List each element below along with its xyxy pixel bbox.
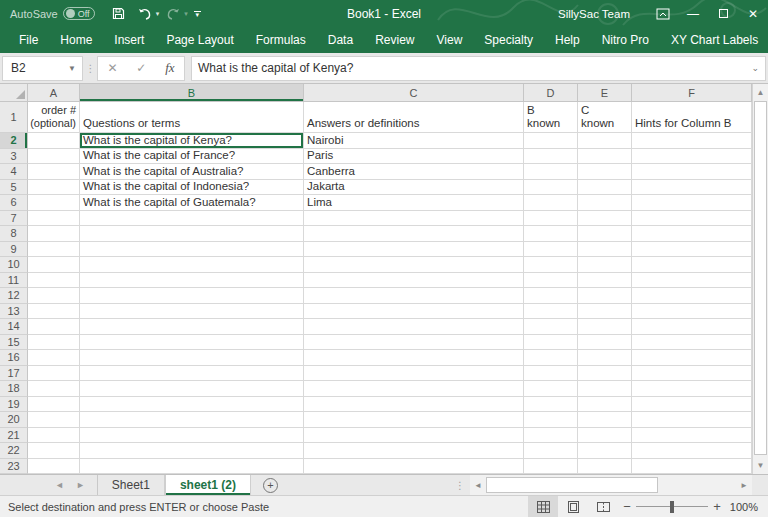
cell-a23[interactable] (28, 459, 80, 475)
cell-f23[interactable] (632, 459, 752, 475)
cell-f14[interactable] (632, 319, 752, 335)
zoom-in-icon[interactable]: + (708, 499, 726, 514)
ribbon-tab-help[interactable]: Help (544, 27, 591, 53)
cell-c16[interactable] (304, 350, 524, 366)
enter-icon[interactable]: ✓ (136, 61, 146, 75)
cell-f3[interactable] (632, 149, 752, 165)
autosave-toggle[interactable]: Off (63, 7, 95, 20)
cell-e4[interactable] (578, 164, 632, 180)
normal-view-button[interactable] (528, 496, 558, 517)
cell-a15[interactable] (28, 335, 80, 351)
cell-d16[interactable] (524, 350, 578, 366)
cell-c19[interactable] (304, 397, 524, 413)
cell-f6[interactable] (632, 195, 752, 211)
cell-b23[interactable] (80, 459, 304, 475)
cell-b19[interactable] (80, 397, 304, 413)
ribbon-tab-formulas[interactable]: Formulas (245, 27, 317, 53)
next-sheet-icon[interactable]: ► (76, 480, 85, 490)
row-header-13[interactable]: 13 (0, 304, 28, 320)
zoom-slider-thumb[interactable] (670, 501, 674, 513)
ribbon-tab-file[interactable]: File (8, 27, 49, 53)
cell-c21[interactable] (304, 428, 524, 444)
cell-d20[interactable] (524, 412, 578, 428)
cell-b3[interactable]: What is the capital of France? (80, 149, 304, 165)
ribbon-tab-page-layout[interactable]: Page Layout (155, 27, 244, 53)
cell-d18[interactable] (524, 381, 578, 397)
cell-e15[interactable] (578, 335, 632, 351)
cell-d3[interactable] (524, 149, 578, 165)
cell-d14[interactable] (524, 319, 578, 335)
cell-e17[interactable] (578, 366, 632, 382)
cell-d21[interactable] (524, 428, 578, 444)
formula-bar-splitter[interactable]: ⋮ (83, 63, 97, 74)
ribbon-display-options-icon[interactable] (648, 0, 678, 27)
name-box-dropdown-icon[interactable]: ▼ (68, 64, 76, 73)
cell-e18[interactable] (578, 381, 632, 397)
cell-e9[interactable] (578, 242, 632, 258)
ribbon-tab-xy-chart-labels[interactable]: XY Chart Labels (660, 27, 768, 53)
cell-d12[interactable] (524, 288, 578, 304)
scrollbar-resize-handle[interactable]: ⋮ (455, 475, 470, 495)
cell-e1[interactable]: Column C known (578, 102, 632, 133)
cell-b13[interactable] (80, 304, 304, 320)
ribbon-tab-home[interactable]: Home (49, 27, 103, 53)
cell-e14[interactable] (578, 319, 632, 335)
cell-e7[interactable] (578, 211, 632, 227)
cell-c20[interactable] (304, 412, 524, 428)
cell-c10[interactable] (304, 257, 524, 273)
cell-f19[interactable] (632, 397, 752, 413)
zoom-level[interactable]: 100% (726, 501, 768, 513)
cell-d23[interactable] (524, 459, 578, 475)
row-header-3[interactable]: 3 (0, 149, 28, 165)
cell-c22[interactable] (304, 443, 524, 459)
cell-e2[interactable] (578, 133, 632, 149)
cell-e22[interactable] (578, 443, 632, 459)
cell-f5[interactable] (632, 180, 752, 196)
cell-a21[interactable] (28, 428, 80, 444)
row-header-10[interactable]: 10 (0, 257, 28, 273)
row-header-5[interactable]: 5 (0, 180, 28, 196)
cell-b11[interactable] (80, 273, 304, 289)
cell-c9[interactable] (304, 242, 524, 258)
cell-d6[interactable] (524, 195, 578, 211)
cell-f20[interactable] (632, 412, 752, 428)
name-box[interactable]: B2 ▼ (2, 56, 83, 81)
cell-b20[interactable] (80, 412, 304, 428)
expand-formula-bar-icon[interactable]: ⌄ (751, 63, 765, 73)
row-header-19[interactable]: 19 (0, 397, 28, 413)
cell-f18[interactable] (632, 381, 752, 397)
cell-e13[interactable] (578, 304, 632, 320)
column-header-f[interactable]: F (632, 84, 752, 102)
row-header-6[interactable]: 6 (0, 195, 28, 211)
row-header-21[interactable]: 21 (0, 428, 28, 444)
row-header-18[interactable]: 18 (0, 381, 28, 397)
cell-d4[interactable] (524, 164, 578, 180)
cell-b17[interactable] (80, 366, 304, 382)
column-header-a[interactable]: A (28, 84, 80, 102)
cell-b21[interactable] (80, 428, 304, 444)
horizontal-scrollbar-thumb[interactable] (486, 477, 658, 493)
cell-d17[interactable] (524, 366, 578, 382)
cell-a12[interactable] (28, 288, 80, 304)
cell-d13[interactable] (524, 304, 578, 320)
cell-c11[interactable] (304, 273, 524, 289)
ribbon-tab-nitro-pro[interactable]: Nitro Pro (591, 27, 660, 53)
cell-e8[interactable] (578, 226, 632, 242)
cell-b10[interactable] (80, 257, 304, 273)
cell-e20[interactable] (578, 412, 632, 428)
cell-b18[interactable] (80, 381, 304, 397)
row-header-2[interactable]: 2 (0, 133, 28, 149)
cell-d11[interactable] (524, 273, 578, 289)
cell-c15[interactable] (304, 335, 524, 351)
cell-f12[interactable] (632, 288, 752, 304)
cell-c3[interactable]: Paris (304, 149, 524, 165)
cell-a1[interactable]: Sort order # (optional) (28, 102, 80, 133)
cell-c14[interactable] (304, 319, 524, 335)
column-header-b[interactable]: B (80, 84, 304, 102)
row-header-7[interactable]: 7 (0, 211, 28, 227)
formula-input[interactable]: What is the capital of Kenya? ⌄ (191, 56, 766, 81)
undo-icon[interactable] (133, 3, 157, 25)
zoom-slider[interactable] (636, 496, 708, 517)
ribbon-tab-review[interactable]: Review (364, 27, 425, 53)
row-header-17[interactable]: 17 (0, 366, 28, 382)
